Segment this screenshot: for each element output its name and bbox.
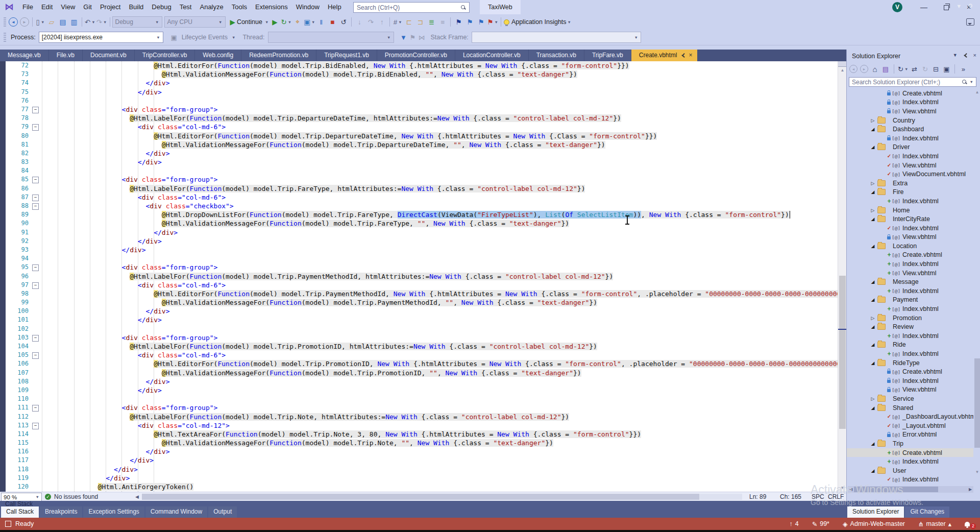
tree-folder-extra[interactable]: ▷Extra bbox=[847, 179, 973, 188]
active-files-dropdown-icon[interactable]: ▼ bbox=[956, 3, 962, 9]
spaces-indicator[interactable]: SPC bbox=[812, 493, 824, 500]
git-repo-indicator[interactable]: ◈ Admin-Web-master bbox=[843, 520, 905, 528]
se-vertical-scrollbar[interactable]: ▲ ▼ bbox=[974, 89, 980, 483]
code-editor[interactable]: 72 @Html.EditorFor(Function(model) model… bbox=[0, 61, 846, 492]
lifecycle-events-label[interactable]: Lifecycle Events bbox=[182, 34, 228, 41]
stop-icon[interactable]: ■ bbox=[327, 16, 338, 28]
tab-triprequest1.vb[interactable]: TripRequest1.vb bbox=[316, 50, 377, 61]
code-line-92[interactable]: 92 </div> bbox=[0, 237, 838, 246]
code-line-106[interactable]: 106 @Html.EditorFor(Function(model) mode… bbox=[0, 359, 838, 368]
se-hscroll-thumb[interactable] bbox=[854, 487, 938, 492]
tree-file-create.vbhtml[interactable]: +[@]Create.vbhtml bbox=[847, 251, 973, 260]
nav-forward-icon[interactable]: ► bbox=[19, 16, 30, 28]
undo-icon[interactable]: ↶▼ bbox=[84, 16, 96, 28]
platform-combo[interactable]: Any CPU▼ bbox=[164, 16, 226, 28]
editor-vertical-scrollbar[interactable]: ▲ ▼ bbox=[838, 61, 846, 492]
tree-file-index.vbhtml[interactable]: [@]Index.vbhtml bbox=[847, 134, 973, 143]
tree-folder-dashboard[interactable]: ◢Dashboard bbox=[847, 125, 973, 134]
menu-help[interactable]: Help bbox=[324, 0, 346, 14]
minimize-button[interactable]: — bbox=[913, 0, 935, 14]
collapse-box-icon[interactable]: − bbox=[32, 177, 39, 183]
editor-horizontal-scrollbar[interactable] bbox=[142, 494, 742, 500]
collapse-box-icon[interactable]: − bbox=[32, 405, 39, 412]
tree-folder-user[interactable]: ◢User bbox=[847, 466, 973, 475]
expander-open-icon[interactable]: ◢ bbox=[870, 342, 875, 347]
lifecycle-dropdown-icon[interactable]: ▼ bbox=[232, 35, 235, 40]
tree-file-index.vbhtml[interactable]: ✓[@]Index.vbhtml bbox=[847, 475, 973, 485]
menu-edit[interactable]: Edit bbox=[37, 0, 57, 14]
tree-file-view.vbhtml[interactable]: ✓[@]View.vbhtml bbox=[847, 161, 973, 170]
code-line-108[interactable]: 108 </div> bbox=[0, 377, 838, 386]
code-line-114[interactable]: 114 @Html.TextAreaFor(Function(model) mo… bbox=[0, 430, 838, 439]
filter-threads-icon[interactable]: ▼ bbox=[399, 32, 408, 42]
scroll-up-icon[interactable]: ▲ bbox=[838, 67, 846, 74]
indent-decrease-icon[interactable]: ⊏ bbox=[403, 16, 414, 28]
expander-open-icon[interactable]: ◢ bbox=[870, 127, 875, 132]
save-all-icon[interactable]: ▥ bbox=[68, 16, 80, 28]
tree-file-create.vbhtml[interactable]: [@]Create.vbhtml bbox=[847, 89, 973, 98]
git-branch-indicator[interactable]: ⋔ master ▴ bbox=[918, 520, 951, 528]
tab-tripcontroller.vb[interactable]: TripController.vb bbox=[135, 50, 195, 61]
hot-reload-icon[interactable]: ↻▼ bbox=[280, 16, 292, 28]
expander-closed-icon[interactable]: ▷ bbox=[870, 208, 875, 213]
pin-icon[interactable] bbox=[963, 53, 968, 58]
show-all-files-icon[interactable]: ▣ bbox=[942, 64, 951, 74]
code-line-94[interactable]: 94 bbox=[0, 254, 838, 263]
code-line-118[interactable]: 118 </div> bbox=[0, 465, 838, 474]
tree-file-index.vbhtml[interactable]: +[@]Index.vbhtml bbox=[847, 304, 973, 313]
code-line-75[interactable]: 75 </div> bbox=[0, 88, 838, 96]
code-line-76[interactable]: 76 bbox=[0, 96, 838, 105]
expander-open-icon[interactable]: ◢ bbox=[870, 144, 875, 150]
step-over-icon[interactable]: ↷ bbox=[365, 16, 376, 28]
menu-window[interactable]: Window bbox=[292, 0, 324, 14]
code-line-80[interactable]: 80 @Html.EditorFor(Function(model) model… bbox=[0, 132, 838, 140]
restart-icon[interactable]: ↺ bbox=[338, 16, 349, 28]
solution-explorer-search-input[interactable]: Search Solution Explorer (Ctrl+;) ▼ bbox=[849, 77, 976, 87]
code-line-103[interactable]: 103− <div class="form-group"> bbox=[0, 333, 838, 342]
tree-file-_layout.vbhtml[interactable]: ✓[@]_Layout.vbhtml bbox=[847, 421, 973, 430]
sync-active-document-icon[interactable]: ▤ bbox=[881, 64, 890, 74]
expander-closed-icon[interactable]: ▷ bbox=[870, 118, 875, 123]
expander-open-icon[interactable]: ◢ bbox=[870, 405, 875, 410]
step-into-icon[interactable]: ↓ bbox=[354, 16, 365, 28]
tree-file-view.vbhtml[interactable]: [@]View.vbhtml bbox=[847, 107, 973, 116]
menu-project[interactable]: Project bbox=[96, 0, 125, 14]
background-tasks-icon[interactable] bbox=[5, 521, 11, 527]
git-edits-indicator[interactable]: ✎ 99* bbox=[812, 520, 829, 528]
tree-file-index.vbhtml[interactable]: ✓[@]Index.vbhtml bbox=[847, 152, 973, 161]
scroll-down-icon[interactable]: ▼ bbox=[838, 485, 846, 492]
tree-file-create.vbhtml[interactable]: [@]Create.vbhtml bbox=[847, 367, 973, 376]
tree-folder-driver[interactable]: ◢Driver bbox=[847, 143, 973, 152]
pending-changes-filter-icon[interactable]: ↻▼ bbox=[898, 64, 908, 74]
se-hscroll-right-icon[interactable]: ▶ bbox=[967, 486, 973, 493]
tree-folder-message[interactable]: ◢Message bbox=[847, 277, 973, 286]
health-indicator[interactable]: ✓ No issues found bbox=[45, 493, 98, 500]
code-line-110[interactable]: 110 bbox=[0, 395, 838, 403]
attach-icon[interactable]: ⌖ bbox=[292, 16, 303, 28]
tree-file-index.vbhtml[interactable]: +[@]Index.vbhtml bbox=[847, 457, 973, 466]
tree-file-create.vbhtml[interactable]: +[@]Create.vbhtml bbox=[847, 448, 973, 457]
redo-icon[interactable]: ↷▼ bbox=[96, 16, 108, 28]
se-forward-icon[interactable]: ► bbox=[860, 64, 869, 74]
collapse-box-icon[interactable]: − bbox=[32, 107, 39, 113]
tree-folder-service[interactable]: ▷Service bbox=[847, 394, 973, 403]
tab-web.config[interactable]: Web.config bbox=[195, 50, 241, 61]
column-indicator[interactable]: Ch: 165 bbox=[780, 493, 801, 500]
save-icon[interactable]: ▤ bbox=[57, 16, 68, 28]
menu-debug[interactable]: Debug bbox=[148, 0, 175, 14]
collapse-box-icon[interactable]: − bbox=[32, 264, 39, 271]
tab-tripfare.vb[interactable]: TripFare.vb bbox=[584, 50, 631, 61]
code-line-107[interactable]: 107 @Html.ValidationMessageFor(Function(… bbox=[0, 369, 838, 377]
se-scrollbar-thumb[interactable] bbox=[974, 358, 980, 448]
intellitrace-icon[interactable]: #▼ bbox=[392, 16, 403, 28]
code-line-119[interactable]: 119 </div> bbox=[0, 474, 838, 482]
collapse-box-icon[interactable]: − bbox=[32, 352, 39, 359]
expander-open-icon[interactable]: ◢ bbox=[870, 279, 875, 284]
tool-tab-call-stack[interactable]: Call Stack bbox=[1, 506, 39, 518]
panel-tab-git-changes[interactable]: Git Changes bbox=[905, 506, 949, 518]
tab-redeempromotion.vb[interactable]: RedeemPromotion.vb bbox=[241, 50, 316, 61]
continue-button[interactable]: ▶ Continue▼ bbox=[230, 16, 270, 28]
hscroll-thumb[interactable] bbox=[142, 494, 699, 500]
tree-file-error.vbhtml[interactable]: [@]Error.vbhtml bbox=[847, 430, 973, 440]
code-line-81[interactable]: 81 @Html.ValidationMessageFor(Function(m… bbox=[0, 140, 838, 149]
